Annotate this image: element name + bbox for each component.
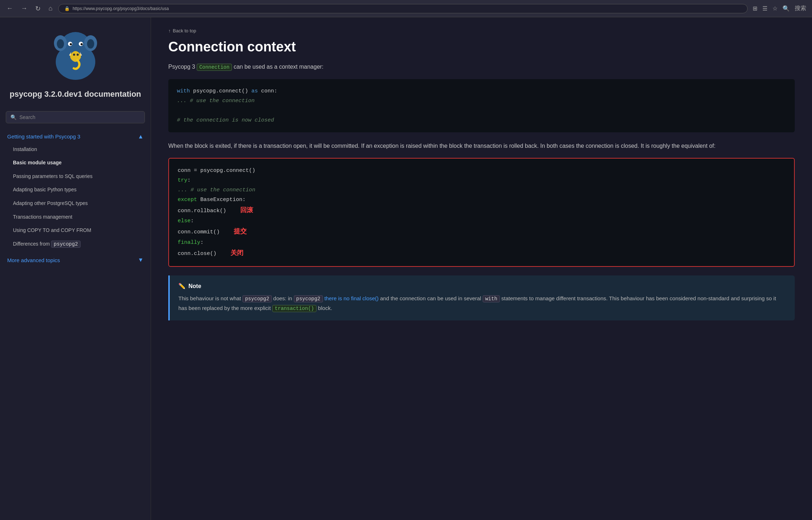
- security-icon: 🔒: [64, 6, 70, 11]
- connection-inline-link[interactable]: Connection: [197, 64, 232, 71]
- comment-use-conn: ... # use the connection: [177, 98, 255, 104]
- intro-text-2: can be used as a context manager:: [234, 64, 324, 70]
- page-title: Connection context: [168, 39, 795, 55]
- more-advanced-section[interactable]: More advanced topics ▼: [3, 253, 148, 267]
- content-area: ↑ Back to top Connection context Psycopg…: [151, 17, 812, 520]
- kw-as: as: [251, 88, 258, 94]
- grid-icon[interactable]: ⊞: [751, 4, 759, 13]
- with-code: with: [483, 295, 500, 302]
- browser-chrome: ← → ↻ ⌂ 🔒 https://www.psycopg.org/psycop…: [0, 0, 812, 17]
- cn-close: 关闭: [231, 250, 243, 257]
- url-bar[interactable]: 🔒 https://www.psycopg.org/psycopg3/docs/…: [58, 4, 748, 13]
- svg-point-8: [70, 43, 72, 45]
- svg-point-5: [87, 39, 94, 49]
- svg-point-10: [73, 54, 75, 56]
- nav-items-list: Installation Basic module usage Passing …: [3, 143, 148, 251]
- getting-started-label: Getting started with Psycopg 3: [7, 133, 80, 140]
- transaction-code-link[interactable]: transaction(): [272, 305, 316, 312]
- comment-conn-closed: # the connection is now closed: [177, 117, 274, 123]
- reader-icon[interactable]: ☰: [761, 4, 769, 13]
- browser-actions: ⊞ ☰ ☆ 🔍 搜索: [751, 3, 808, 14]
- sidebar-title: psycopg 3.2.0.dev1 documentation: [10, 89, 141, 100]
- kw-except: except: [178, 197, 197, 203]
- intro-paragraph: Psycopg 3 Connection can be used as a co…: [168, 62, 795, 72]
- paragraph-2: When the block is exited, if there is a …: [168, 141, 795, 151]
- more-advanced-label: More advanced topics: [7, 256, 60, 264]
- search-text[interactable]: 搜索: [793, 3, 808, 14]
- arrow-up-icon: ↑: [168, 28, 171, 33]
- nav-item-differences[interactable]: Differences from psycopg2: [9, 237, 148, 251]
- kw-finally: finally: [178, 240, 200, 246]
- nav-item-adapting-postgres[interactable]: Adapting other PostgreSQL types: [9, 197, 148, 210]
- chevron-up-icon: ▲: [138, 133, 143, 140]
- search-placeholder: Search: [19, 114, 35, 120]
- code-block-2: conn = psycopg.connect() try: ... # use …: [168, 158, 795, 267]
- cn-commit: 提交: [234, 228, 247, 235]
- no-final-close-link[interactable]: there is no final close(): [324, 295, 379, 301]
- back-button[interactable]: ←: [4, 3, 15, 14]
- note-title: Note: [188, 283, 201, 289]
- reload-button[interactable]: ↻: [33, 3, 43, 14]
- svg-point-4: [57, 39, 64, 49]
- sidebar: psycopg 3.2.0.dev1 documentation 🔍 Searc…: [0, 17, 151, 520]
- kw-else: else: [178, 218, 191, 224]
- psycopg2-code-1: psycopg2: [242, 295, 272, 302]
- intro-text-1: Psycopg 3: [168, 64, 197, 70]
- chevron-down-icon: ▼: [138, 256, 143, 264]
- kw-try: try: [178, 177, 187, 183]
- sidebar-logo-area: psycopg 3.2.0.dev1 documentation: [0, 17, 151, 107]
- back-to-top-link[interactable]: ↑ Back to top: [168, 28, 795, 33]
- comment-use-conn-2: ... # use the connection: [178, 187, 255, 193]
- search-icon: 🔍: [10, 114, 17, 120]
- nav-item-passing-params[interactable]: Passing parameters to SQL queries: [9, 170, 148, 183]
- psycopg2-code-inline: psycopg2: [51, 241, 80, 248]
- nav-item-adapting-python[interactable]: Adapting basic Python types: [9, 183, 148, 197]
- note-text: This behaviour is not what psycopg2 does…: [178, 294, 786, 313]
- pencil-icon: ✏️: [178, 283, 186, 289]
- getting-started-group[interactable]: Getting started with Psycopg 3 ▲: [3, 131, 148, 143]
- nav-item-basic-module[interactable]: Basic module usage: [9, 156, 148, 170]
- forward-button[interactable]: →: [19, 3, 29, 14]
- home-button[interactable]: ⌂: [46, 3, 55, 14]
- nav-section: Getting started with Psycopg 3 ▲ Install…: [0, 131, 151, 267]
- code-block-1: with psycopg.connect() as conn: ... # us…: [168, 79, 795, 132]
- note-header: ✏️ Note: [178, 283, 786, 289]
- svg-point-11: [77, 54, 79, 56]
- nav-item-installation[interactable]: Installation: [9, 143, 148, 156]
- svg-point-9: [81, 43, 83, 45]
- search-box[interactable]: 🔍 Search: [6, 111, 145, 123]
- note-box: ✏️ Note This behaviour is not what psyco…: [168, 275, 795, 320]
- nav-item-transactions[interactable]: Transactions management: [9, 210, 148, 224]
- bookmark-icon[interactable]: ☆: [771, 4, 779, 13]
- psycopg2-code-2: psycopg2: [294, 295, 323, 302]
- cn-rollback: 回滚: [240, 207, 253, 214]
- search-toolbar-icon[interactable]: 🔍: [781, 4, 791, 13]
- logo-image: [47, 26, 104, 83]
- back-to-top-text: Back to top: [173, 28, 196, 33]
- nav-item-copy[interactable]: Using COPY TO and COPY FROM: [9, 224, 148, 237]
- url-text: https://www.psycopg.org/psycopg3/docs/ba…: [73, 6, 169, 11]
- main-layout: psycopg 3.2.0.dev1 documentation 🔍 Searc…: [0, 17, 812, 520]
- kw-with: with: [177, 88, 190, 94]
